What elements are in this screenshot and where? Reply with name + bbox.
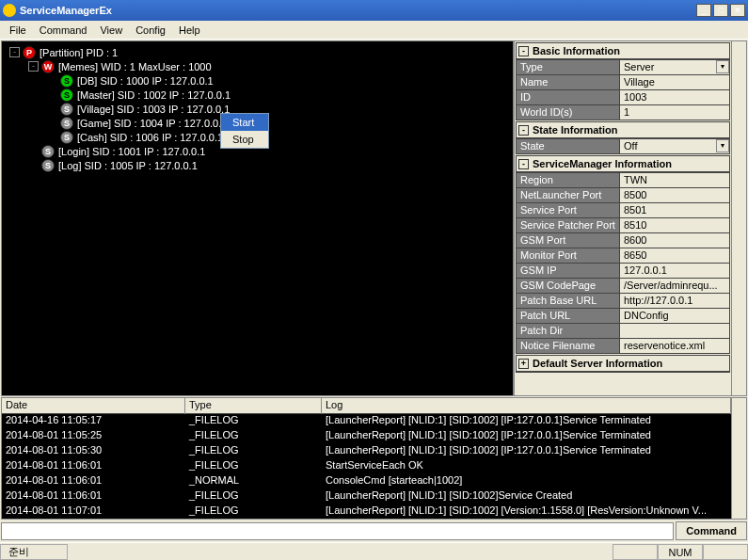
menu-config[interactable]: Config xyxy=(130,23,171,38)
tree-expand-icon[interactable]: - xyxy=(28,61,39,72)
log-col-log[interactable]: Log xyxy=(322,398,731,414)
log-cell: [LauncherReport] [NLID:1] [SID:1002]Serv… xyxy=(322,489,731,504)
dropdown-icon[interactable]: ▾ xyxy=(716,139,729,152)
log-cell: _FILELOG xyxy=(185,429,322,444)
tree-label: [Memes] WID : 1 MaxUser : 1000 xyxy=(58,61,212,72)
prop-value[interactable]: /Server/adminrequ... xyxy=(620,279,729,293)
main-area: -P[Partition] PID : 1-W[Memes] WID : 1 M… xyxy=(1,40,747,396)
command-input[interactable] xyxy=(1,522,674,540)
log-cell: 2014-08-01 11:06:01 xyxy=(2,474,185,489)
prop-row: Patch Base URLhttp://127.0.0.1 xyxy=(517,293,729,308)
properties-scrollbar[interactable] xyxy=(731,41,746,395)
prop-value[interactable]: 127.0.0.1 xyxy=(620,264,729,278)
prop-value[interactable]: 1 xyxy=(620,105,729,120)
prop-value[interactable]: Off▾ xyxy=(620,139,729,153)
ctx-stop[interactable]: Stop xyxy=(221,131,268,148)
prop-value[interactable]: DNConfig xyxy=(620,309,729,323)
tree-item[interactable]: S[Master] SID : 1002 IP : 127.0.0.1 xyxy=(4,88,511,102)
prop-value[interactable] xyxy=(620,324,729,338)
minimize-button[interactable]: _ xyxy=(696,4,711,17)
prop-value[interactable]: Server▾ xyxy=(620,60,729,74)
prop-row: Service Port8501 xyxy=(517,202,729,217)
log-cell: ConsoleCmd [starteach|1002] xyxy=(322,474,731,489)
log-scrollbar[interactable] xyxy=(731,398,746,519)
log-panel: DateTypeLog 2014-04-16 11:05:17_FILELOG[… xyxy=(1,397,747,520)
tree-item[interactable]: S[Log] SID : 1005 IP : 127.0.0.1 xyxy=(4,158,511,172)
prop-group-header[interactable]: -Basic Information xyxy=(517,43,729,59)
maximize-button[interactable]: □ xyxy=(713,4,728,17)
prop-value[interactable]: reservenotice.xml xyxy=(620,339,729,353)
log-cell: _FILELOG xyxy=(185,504,322,519)
log-cell: 2014-08-01 11:06:01 xyxy=(2,459,185,474)
status-badge: S xyxy=(60,88,73,102)
prop-value[interactable]: TWN xyxy=(620,173,729,187)
log-row[interactable]: 2014-08-01 11:06:01_FILELOGStartServiceE… xyxy=(2,459,731,474)
log-row[interactable]: 2014-08-01 11:06:01_NORMALConsoleCmd [st… xyxy=(2,474,731,489)
tree-label: [Cash] SID : 1006 IP : 127.0.0.1 xyxy=(77,132,223,143)
prop-row: NameVillage xyxy=(517,74,729,89)
prop-value[interactable]: 8650 xyxy=(620,248,729,263)
prop-key: GSM Port xyxy=(517,233,620,248)
log-cell: StartServiceEach OK xyxy=(322,459,731,474)
prop-value[interactable]: http://127.0.0.1 xyxy=(620,294,729,308)
prop-key: NetLauncher Port xyxy=(517,188,620,202)
service-tree[interactable]: -P[Partition] PID : 1-W[Memes] WID : 1 M… xyxy=(2,41,513,395)
log-row[interactable]: 2014-08-01 11:07:01_FILELOG[LauncherRepo… xyxy=(2,504,731,519)
status-ready: 준비 xyxy=(0,544,68,560)
log-col-date[interactable]: Date xyxy=(2,398,185,414)
status-blank2 xyxy=(703,544,748,560)
prop-group-header[interactable]: -ServiceManager Information xyxy=(517,156,729,172)
group-expand-icon[interactable]: + xyxy=(518,359,529,369)
log-row[interactable]: 2014-08-01 11:05:30_FILELOG[LauncherRepo… xyxy=(2,444,731,459)
prop-row: GSM CodePage/Server/adminrequ... xyxy=(517,278,729,293)
prop-group: -State InformationStateOff▾ xyxy=(516,121,730,154)
command-button[interactable]: Command xyxy=(676,521,747,540)
tree-label: [Master] SID : 1002 IP : 127.0.0.1 xyxy=(77,89,231,101)
group-title: ServiceManager Information xyxy=(533,158,672,169)
prop-group-header[interactable]: +Default Server Information xyxy=(517,356,729,372)
prop-key: Type xyxy=(517,60,620,74)
tree-item[interactable]: -W[Memes] WID : 1 MaxUser : 1000 xyxy=(4,59,511,73)
tree-item[interactable]: S[DB] SID : 1000 IP : 127.0.0.1 xyxy=(4,73,511,88)
group-expand-icon[interactable]: - xyxy=(518,159,529,169)
prop-row: NetLauncher Port8500 xyxy=(517,187,729,202)
prop-value[interactable]: 8500 xyxy=(620,188,729,202)
menu-view[interactable]: View xyxy=(94,23,128,38)
prop-value[interactable]: 8501 xyxy=(620,203,729,217)
prop-key: State xyxy=(517,139,620,153)
menu-help[interactable]: Help xyxy=(173,23,206,38)
prop-value[interactable]: 8510 xyxy=(620,218,729,232)
prop-row: StateOff▾ xyxy=(517,138,729,153)
status-blank1 xyxy=(613,544,658,560)
log-row[interactable]: 2014-08-01 11:05:25_FILELOG[LauncherRepo… xyxy=(2,429,731,444)
tree-expand-icon[interactable]: - xyxy=(9,47,20,57)
ctx-start[interactable]: Start xyxy=(221,114,268,131)
log-row[interactable]: 2014-04-16 11:05:17_FILELOG[LauncherRepo… xyxy=(2,414,731,429)
status-badge: S xyxy=(60,117,73,130)
log-cell: _FILELOG xyxy=(185,414,322,429)
log-cell: _FILELOG xyxy=(185,444,322,459)
menu-file[interactable]: File xyxy=(4,23,32,38)
prop-row: GSM Port8600 xyxy=(517,232,729,248)
prop-value[interactable]: Village xyxy=(620,75,729,89)
prop-value[interactable]: 8600 xyxy=(620,233,729,248)
tree-item[interactable]: -P[Partition] PID : 1 xyxy=(4,45,511,59)
log-rows[interactable]: 2014-04-16 11:05:17_FILELOG[LauncherRepo… xyxy=(2,414,731,519)
prop-group-header[interactable]: -State Information xyxy=(517,122,729,138)
close-button[interactable]: ✕ xyxy=(730,4,745,17)
prop-key: Name xyxy=(517,75,620,89)
tree-label: [DB] SID : 1000 IP : 127.0.0.1 xyxy=(77,75,214,87)
prop-key: Notice Filename xyxy=(517,339,620,353)
prop-value[interactable]: 1003 xyxy=(620,90,729,104)
group-expand-icon[interactable]: - xyxy=(518,46,529,56)
group-expand-icon[interactable]: - xyxy=(518,125,529,136)
dropdown-icon[interactable]: ▾ xyxy=(716,60,729,73)
prop-key: Patch Dir xyxy=(517,324,620,338)
status-badge: S xyxy=(60,74,73,88)
log-row[interactable]: 2014-08-01 11:06:01_FILELOG[LauncherRepo… xyxy=(2,489,731,504)
log-col-type[interactable]: Type xyxy=(185,398,322,414)
tree-label: [Log] SID : 1005 IP : 127.0.0.1 xyxy=(58,160,198,171)
prop-row: Service Patcher Port8510 xyxy=(517,217,729,232)
status-badge: S xyxy=(60,103,73,116)
menu-command[interactable]: Command xyxy=(34,23,93,38)
